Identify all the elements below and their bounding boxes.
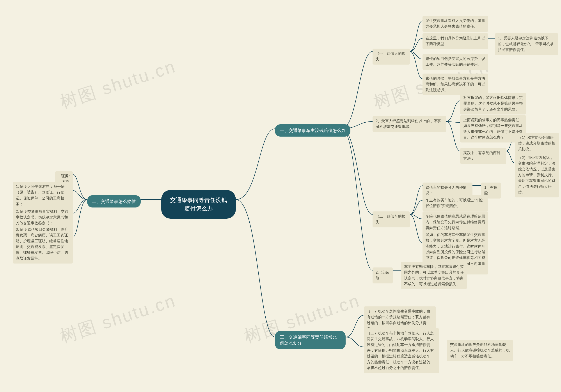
b2-c3[interactable]: 3. 证明赔偿项目金额材料：医疗费发票、病史病历、误工工资证明、护理误工证明、经… [13,225,73,264]
s1-4-title[interactable]: 2、没保险 [373,268,393,283]
s1-1-title[interactable]: （一）赔偿人的损失 [373,49,410,65]
branch-2[interactable]: 二、交通肇事怎么赔偿 [87,195,141,207]
s1-3-a2[interactable]: 车主有购买车险的，可以通过“车险代位赔偿”实现赔偿。 [422,195,488,211]
s1-2-title[interactable]: 2、受害人经鉴定达到轻伤以上的，肇事司机涉嫌交通肇事罪。 [373,116,446,132]
s1-1-a4[interactable]: 索偿的时候，争取肇事方和受害方协商和解。如果协商解决不了的，可以到法院起诉。 [422,73,488,95]
s1-3-title[interactable]: （二）赔偿车的损失 [373,211,410,227]
s1-1-a2x[interactable]: 1、受害人经鉴定达到轻伤以下的，也就是轻微伤的，肇事司机承担民事赔偿责任。 [495,33,558,55]
b2-c1[interactable]: 1. 证明诉讼主体材料：身份证（原、被告）、驾驶证、行驶证、保险保单、公司的工商… [13,182,73,209]
b3-c3[interactable]: 交通事故的损失是由非机动车驾驶人、行人故意碰撞机动车造成的，机动车一方不承担赔偿… [447,340,513,361]
s1-1-a2[interactable]: 在这里，我们具体分为轻伤以上和以下两种类型： [422,33,488,49]
s1-2-a3a[interactable]: （1）双方协商分期赔偿，达成分期赔偿的相关协议。 [515,133,559,154]
s1-2-a1[interactable]: 对方报警的，警方根据具体情形，定罪量刑。这个时候就不是赔偿民事损失那么简单了，还… [460,93,526,114]
s1-2-a3[interactable]: 实践中，有常见的两种方法： [460,148,506,164]
branch-3[interactable]: 三、交通肇事同等责任赔偿比例怎么划分 [275,331,345,349]
s1-1-a1[interactable]: 发生交通事故造成人员受伤的，肇事方要承担人身损害赔偿的责任。 [422,16,488,32]
s1-1-a3[interactable]: 赔偿的项目包括受害人的医疗费、误工费、营养费等实际的开销费用。 [422,54,488,70]
branch-1[interactable]: 一、交通肇事车主没钱赔偿怎么办 [275,124,350,137]
b3-c2[interactable]: （二）机动车与非机动车驾驶人、行人之间发生交通事故，非机动车驾驶人、行人没有过错… [364,328,439,373]
s1-2-a3b[interactable]: （2）由受害方起诉，交由法院审理判定，法院会依情况，以及受害方的申请，强制执行。… [515,153,559,197]
root-node[interactable]: 交通肇事同等责任没钱赔付怎么办 [161,190,236,219]
s1-4-a1[interactable]: 车主没有购买车险，或在车险赔付范围之外的，可以拿着交警出具的责任认定书，找对方协… [401,262,467,289]
